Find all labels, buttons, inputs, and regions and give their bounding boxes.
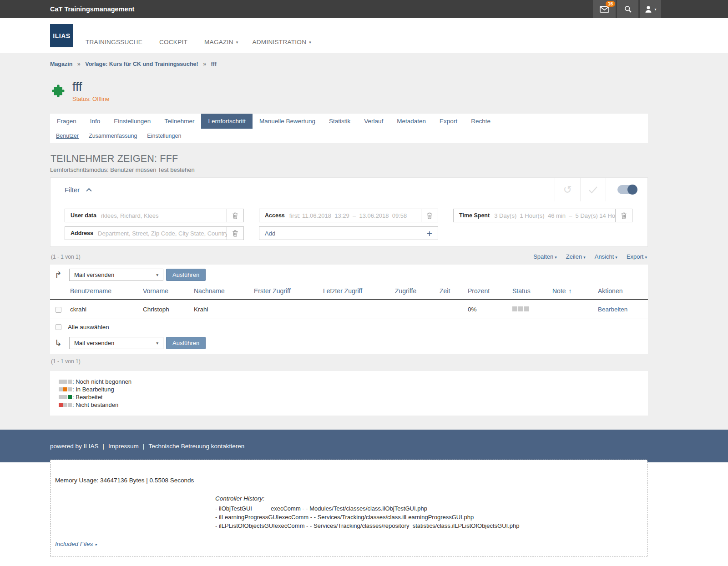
tab-export[interactable]: Export [433,114,464,129]
legend-square [68,387,72,391]
filter-onoff-toggle[interactable] [617,185,637,194]
section-subheading: Lernfortschrittsmodus: Benutzer müssen T… [50,166,648,173]
tab-verlauf[interactable]: Verlauf [357,114,390,129]
time-spent-label: Time Spent [454,209,494,222]
access-input[interactable] [289,209,421,222]
tab-manuelle-bewertung[interactable]: Manuelle Bewertung [253,114,322,129]
footer-separator: | [103,443,105,450]
menu-export[interactable]: Export▾ [627,253,647,260]
ilias-logo[interactable]: ILIAS [50,24,73,47]
nav-administration[interactable]: ADMINISTRATION▾ [253,39,312,45]
table-row: ckrahl Christoph Krahl 0% Bearbeiten [50,300,648,319]
topbar-actions: 16 ▾ [592,0,661,18]
mail-badge: 16 [606,1,615,7]
filter-actions: ↺ [555,178,647,201]
participants-table: Benutzername Vorname Nachname Erster Zug… [50,284,648,319]
col-zugriffe[interactable]: Zugriffe [391,284,436,300]
col-status[interactable]: Status [509,284,549,300]
menu-zeilen[interactable]: Zeilen▾ [566,253,586,260]
clear-address-button[interactable] [227,227,243,240]
footer: powered by ILIAS | Impressum | Technisch… [0,430,728,462]
row-checkbox[interactable] [56,307,61,313]
breadcrumb-separator: » [77,61,81,67]
user-icon [644,5,652,13]
col-note[interactable]: Note↑ [549,284,594,300]
search-button[interactable] [617,0,638,18]
filter-apply-button[interactable] [580,178,606,201]
col-prozent[interactable]: Prozent [464,284,509,300]
filter-toggle-cell [606,178,647,201]
tab-lernfortschritt[interactable]: Lernfortschritt [201,114,253,129]
cell-vorname: Christoph [139,300,190,319]
legend-square [68,395,72,399]
filter-reset-button[interactable]: ↺ [555,178,580,201]
footer-separator: | [143,443,145,450]
trash-icon [621,212,627,219]
status-square [518,306,523,311]
clear-user-data-button[interactable] [227,209,243,222]
tab-rechte[interactable]: Rechte [464,114,497,129]
user-menu-button[interactable]: ▾ [640,0,661,18]
nav-cockpit[interactable]: COCKPIT [159,39,190,45]
execute-button-top[interactable]: Ausführen [166,269,206,281]
apply-to-selection-top-icon: ↱ [55,270,66,280]
page-title: fff [72,80,109,94]
filter-collapse-toggle[interactable]: Filter [51,178,92,201]
select-all-checkbox[interactable] [56,324,61,330]
memory-usage: Memory Usage: 34647136 Bytes | 0.5508 Se… [55,477,194,484]
cell-aktionen: Bearbeiten [594,300,648,319]
col-vorname[interactable]: Vorname [139,284,190,300]
subtab-zusammenfassung[interactable]: Zusammenfassung [89,133,137,139]
tab-einstellungen[interactable]: Einstellungen [107,114,157,129]
col-benutzername[interactable]: Benutzername [66,284,139,300]
powered-by-ilias-link[interactable]: powered by ILIAS [50,443,99,450]
subtab-benutzer[interactable]: Benutzer [56,133,79,139]
support-contact-link[interactable]: Technische Betreuung kontaktieren [148,443,244,450]
section-heading: TEILNEHMER ZEIGEN: FFF [51,153,648,165]
caret-down-icon: ▾ [236,40,238,45]
tab-metadaten[interactable]: Metadaten [390,114,433,129]
col-letzter-zugriff[interactable]: Letzter Zugriff [319,284,391,300]
subtab-einstellungen[interactable]: Einstellungen [147,133,181,139]
bulk-action-select-top[interactable]: Mail versenden [69,269,163,281]
tab-info[interactable]: Info [83,114,107,129]
tab-fragen[interactable]: Fragen [50,114,83,129]
clear-access-button[interactable] [421,209,438,222]
legend-square [63,380,67,384]
trash-icon [232,212,238,219]
nav-trainingssuche[interactable]: TRAININGSSUCHE [86,39,145,45]
cell-letzter-zugriff [319,300,391,319]
menu-spalten[interactable]: Spalten▾ [533,253,557,260]
user-data-input[interactable] [101,209,227,222]
breadcrumb-magazin[interactable]: Magazin [50,61,72,67]
time-spent-input[interactable] [494,209,615,222]
bulk-action-select-bottom[interactable]: Mail versenden [69,337,163,349]
col-erster-zugriff[interactable]: Erster Zugriff [250,284,319,300]
included-files-toggle[interactable]: Included Files▾ [55,541,97,547]
menu-ansicht[interactable]: Ansicht▾ [595,253,617,260]
address-input[interactable] [98,227,227,240]
tab-statistik[interactable]: Statistik [322,114,357,129]
breadcrumb-vorlage[interactable]: Vorlage: Kurs für CK und Trainingssuche! [85,61,198,67]
cell-nachname: Krahl [190,300,250,319]
legend-square [59,380,63,384]
clear-time-spent-button[interactable] [615,209,632,222]
tab-teilnehmer[interactable]: Teilnehmer [157,114,201,129]
col-aktionen: Aktionen [594,284,648,300]
impressum-link[interactable]: Impressum [108,443,139,450]
col-nachname[interactable]: Nachname [190,284,250,300]
participants-table-panel: ↱ Mail versenden ▼ Ausführen Benutzernam… [50,265,648,354]
mail-button[interactable]: 16 [593,0,616,18]
result-count-bottom: (1 - 1 von 1) [50,354,648,365]
table-header-row: Benutzername Vorname Nachname Erster Zug… [50,284,648,300]
main-header: ILIAS TRAININGSSUCHE COCKPIT MAGAZIN▾ AD… [0,18,728,53]
breadcrumb-fff[interactable]: fff [211,61,217,67]
legend-square [68,380,72,384]
bearbeiten-link[interactable]: Bearbeiten [598,306,627,313]
app-title: CaT Trainingsmanagement [50,5,134,13]
col-zeit[interactable]: Zeit [436,284,464,300]
nav-magazin[interactable]: MAGAZIN▾ [204,39,238,45]
execute-button-bottom[interactable]: Ausführen [166,337,206,349]
status-square [512,306,517,311]
filter-add-button[interactable]: Add + [259,226,438,240]
